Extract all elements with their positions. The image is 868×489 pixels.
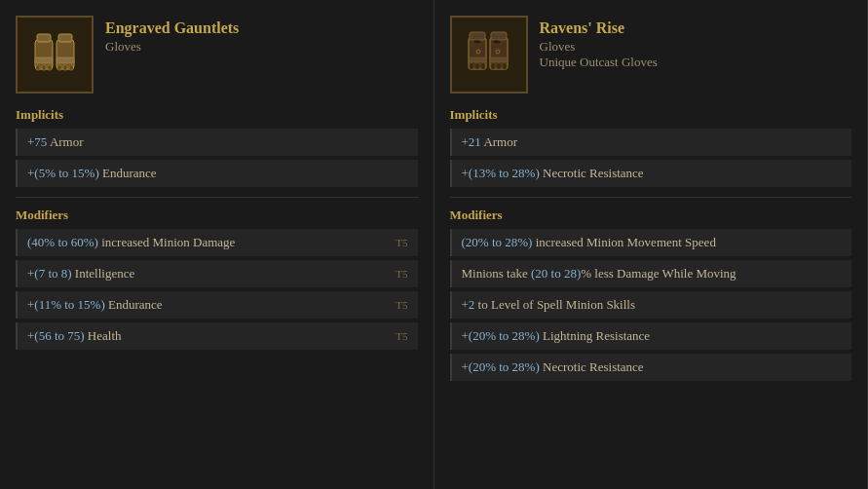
right-item-subtype: Unique Outcast Gloves bbox=[540, 55, 658, 70]
svg-rect-6 bbox=[36, 65, 40, 70]
left-modifier-0-tier: T5 bbox=[396, 237, 407, 248]
left-modifier-3-text: +(56 to 75) Health bbox=[27, 328, 388, 344]
svg-rect-10 bbox=[63, 65, 67, 70]
left-modifier-1-text: +(7 to 8) Intelligence bbox=[27, 266, 388, 282]
svg-rect-11 bbox=[69, 65, 73, 70]
left-implicit-0: +75 Armor bbox=[16, 129, 418, 156]
svg-rect-7 bbox=[42, 65, 46, 70]
svg-rect-4 bbox=[35, 57, 53, 63]
right-item-info: Ravens' Rise Gloves Unique Outcast Glove… bbox=[540, 16, 658, 70]
right-item-header: Ravens' Rise Gloves Unique Outcast Glove… bbox=[450, 16, 852, 94]
left-implicits-section: Implicits +75 Armor +(5% to 15%) Enduran… bbox=[16, 107, 418, 187]
right-implicits-title: Implicits bbox=[450, 107, 852, 123]
left-modifier-0-text: (40% to 60%) increased Minion Damage bbox=[27, 235, 388, 250]
right-modifier-0-text: (20% to 28%) increased Minion Movement S… bbox=[462, 235, 843, 250]
left-modifiers-title: Modifiers bbox=[16, 207, 418, 223]
left-implicits-title: Implicits bbox=[16, 107, 418, 123]
left-item-icon bbox=[16, 16, 94, 94]
svg-rect-23 bbox=[503, 63, 507, 69]
right-modifiers-section: Modifiers (20% to 28%) increased Minion … bbox=[450, 207, 852, 381]
svg-rect-20 bbox=[481, 63, 485, 69]
right-modifier-4-text: +(20% to 28%) Necrotic Resistance bbox=[462, 359, 843, 375]
svg-rect-21 bbox=[491, 63, 495, 69]
svg-rect-1 bbox=[57, 40, 74, 69]
right-modifier-4: +(20% to 28%) Necrotic Resistance bbox=[450, 354, 852, 381]
right-modifier-3: +(20% to 28%) Lightning Resistance bbox=[450, 322, 852, 350]
left-item-name: Engraved Gauntlets bbox=[105, 19, 239, 37]
svg-rect-0 bbox=[35, 40, 53, 69]
left-item-header: Engraved Gauntlets Gloves bbox=[16, 16, 418, 94]
right-modifiers-title: Modifiers bbox=[450, 207, 852, 223]
left-modifier-2-tier: T5 bbox=[396, 299, 407, 311]
left-modifier-2-text: +(11% to 15%) Endurance bbox=[27, 297, 388, 313]
svg-rect-18 bbox=[470, 63, 473, 69]
left-divider bbox=[16, 197, 418, 198]
svg-rect-8 bbox=[48, 65, 52, 70]
right-implicit-1: +(13% to 28%) Necrotic Resistance bbox=[450, 160, 852, 187]
left-modifiers-section: Modifiers (40% to 60%) increased Minion … bbox=[16, 207, 418, 350]
left-item-info: Engraved Gauntlets Gloves bbox=[105, 16, 239, 55]
right-modifier-2: +2 to Level of Spell Minion Skills bbox=[450, 291, 852, 319]
svg-rect-5 bbox=[57, 57, 74, 63]
right-item-icon bbox=[450, 16, 528, 94]
svg-rect-22 bbox=[497, 63, 501, 69]
right-panel: Ravens' Rise Gloves Unique Outcast Glove… bbox=[434, 0, 869, 489]
right-divider bbox=[450, 197, 852, 198]
svg-rect-14 bbox=[470, 32, 485, 40]
svg-rect-15 bbox=[491, 32, 507, 40]
svg-rect-16 bbox=[469, 57, 486, 62]
svg-rect-19 bbox=[475, 63, 479, 69]
left-modifier-0: (40% to 60%) increased Minion Damage T5 bbox=[16, 229, 418, 256]
left-implicit-0-text: +75 Armor bbox=[27, 134, 408, 150]
svg-rect-9 bbox=[57, 65, 61, 70]
left-implicit-1: +(5% to 15%) Endurance bbox=[16, 160, 418, 187]
left-modifier-3-tier: T5 bbox=[396, 330, 407, 342]
right-modifier-1-text: Minions take (20 to 28)% less Damage Whi… bbox=[462, 266, 843, 282]
right-modifier-2-text: +2 to Level of Spell Minion Skills bbox=[462, 297, 843, 313]
right-implicit-0: +21 Armor bbox=[450, 129, 852, 156]
right-item-name: Ravens' Rise bbox=[540, 19, 658, 37]
right-implicit-0-text: +21 Armor bbox=[462, 134, 843, 150]
left-modifier-1: +(7 to 8) Intelligence T5 bbox=[16, 260, 418, 287]
svg-rect-3 bbox=[58, 34, 72, 42]
right-modifier-0: (20% to 28%) increased Minion Movement S… bbox=[450, 229, 852, 256]
left-modifier-3: +(56 to 75) Health T5 bbox=[16, 322, 418, 350]
right-implicit-1-text: +(13% to 28%) Necrotic Resistance bbox=[462, 166, 843, 181]
left-implicit-1-text: +(5% to 15%) Endurance bbox=[27, 166, 408, 181]
svg-rect-2 bbox=[37, 34, 51, 42]
right-implicits-section: Implicits +21 Armor +(13% to 28%) Necrot… bbox=[450, 107, 852, 187]
right-modifier-3-text: +(20% to 28%) Lightning Resistance bbox=[462, 328, 843, 344]
left-modifier-1-tier: T5 bbox=[396, 268, 407, 280]
left-panel: Engraved Gauntlets Gloves Implicits +75 … bbox=[0, 0, 434, 489]
right-item-type: Gloves bbox=[540, 39, 658, 55]
left-item-type: Gloves bbox=[105, 39, 239, 55]
svg-rect-17 bbox=[490, 57, 508, 62]
right-modifier-1: Minions take (20 to 28)% less Damage Whi… bbox=[450, 260, 852, 287]
left-modifier-2: +(11% to 15%) Endurance T5 bbox=[16, 291, 418, 319]
